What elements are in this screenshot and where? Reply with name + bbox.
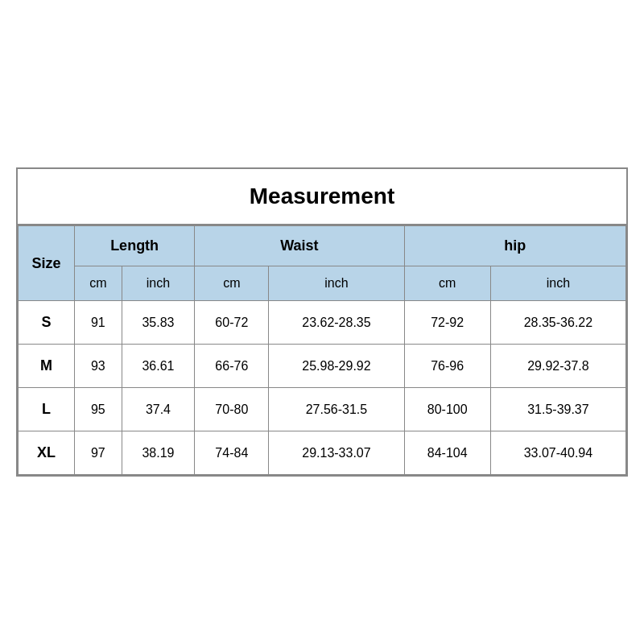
header-row: Size Length Waist hip <box>19 226 626 266</box>
size-cell: S <box>19 301 75 345</box>
waist-inch-cell: 29.13-33.07 <box>269 431 404 475</box>
length-inch-cell: 37.4 <box>122 388 195 431</box>
table-row: M9336.6166-7625.98-29.9276-9629.92-37.8 <box>19 345 626 388</box>
size-header: Size <box>19 226 75 301</box>
waist-header: Waist <box>195 226 404 266</box>
hip-cm-cell: 80-100 <box>404 388 490 431</box>
length-cm-cell: 97 <box>75 431 122 475</box>
waist-inch-cell: 25.98-29.92 <box>269 345 404 388</box>
table-row: XL9738.1974-8429.13-33.0784-10433.07-40.… <box>19 431 626 475</box>
hip-inch-cell: 29.92-37.8 <box>490 345 625 388</box>
length-header: Length <box>75 226 195 266</box>
table-row: L9537.470-8027.56-31.580-10031.5-39.37 <box>19 388 626 431</box>
measurement-table: Size Length Waist hip cm inch cm inch cm… <box>18 225 626 475</box>
waist-cm-cell: 66-76 <box>195 345 269 388</box>
length-cm-cell: 95 <box>75 388 122 431</box>
size-cell: L <box>19 388 75 431</box>
waist-cm-header: cm <box>195 266 269 301</box>
hip-cm-header: cm <box>404 266 490 301</box>
waist-inch-cell: 23.62-28.35 <box>269 301 404 345</box>
table-title: Measurement <box>18 169 626 225</box>
length-cm-cell: 91 <box>75 301 122 345</box>
size-cell: XL <box>19 431 75 475</box>
size-cell: M <box>19 345 75 388</box>
waist-inch-cell: 27.56-31.5 <box>269 388 404 431</box>
hip-cm-cell: 72-92 <box>404 301 490 345</box>
subheader-row: cm inch cm inch cm inch <box>19 266 626 301</box>
hip-inch-cell: 31.5-39.37 <box>490 388 625 431</box>
length-cm-cell: 93 <box>75 345 122 388</box>
length-inch-cell: 36.61 <box>122 345 195 388</box>
hip-inch-cell: 28.35-36.22 <box>490 301 625 345</box>
waist-cm-cell: 74-84 <box>195 431 269 475</box>
table-row: S9135.8360-7223.62-28.3572-9228.35-36.22 <box>19 301 626 345</box>
length-inch-cell: 38.19 <box>122 431 195 475</box>
waist-inch-header: inch <box>269 266 404 301</box>
waist-cm-cell: 60-72 <box>195 301 269 345</box>
hip-cm-cell: 76-96 <box>404 345 490 388</box>
hip-inch-cell: 33.07-40.94 <box>490 431 625 475</box>
length-inch-header: inch <box>122 266 195 301</box>
table-body: S9135.8360-7223.62-28.3572-9228.35-36.22… <box>19 301 626 475</box>
hip-header: hip <box>404 226 625 266</box>
hip-cm-cell: 84-104 <box>404 431 490 475</box>
length-cm-header: cm <box>75 266 122 301</box>
measurement-container: Measurement Size Length Waist hip cm inc… <box>16 167 628 477</box>
length-inch-cell: 35.83 <box>122 301 195 345</box>
waist-cm-cell: 70-80 <box>195 388 269 431</box>
hip-inch-header: inch <box>490 266 625 301</box>
